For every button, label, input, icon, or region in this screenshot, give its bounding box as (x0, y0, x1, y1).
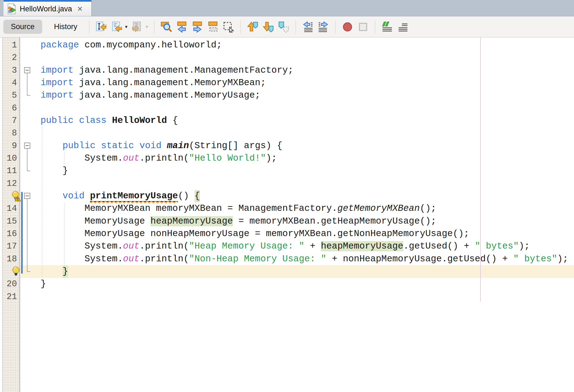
code-token: "Non-Heap Memory Usage: " (189, 254, 326, 264)
code-token: import (41, 90, 74, 100)
find-previous-occurrence-icon[interactable] (175, 20, 189, 34)
fold-collapse-box[interactable] (24, 193, 30, 199)
code-line-14[interactable]: MemoryMXBean memoryMXBean = ManagementFa… (41, 202, 436, 215)
code-token: static (101, 141, 134, 151)
occurrence-highlight: heapMemoryUsage (150, 216, 233, 226)
code-token: com.mycompany.helloworld; (79, 40, 222, 50)
code-token: import (41, 65, 74, 75)
code-line-11[interactable]: } (41, 165, 68, 177)
code-token: } (41, 166, 68, 176)
code-token: "Heap Memory Usage: " (189, 241, 304, 251)
hint-bulb-icon[interactable] (11, 266, 21, 276)
tab-helloworld-java[interactable]: HelloWorld.java ✕ (3, 0, 92, 16)
toggle-bookmark-icon[interactable] (277, 20, 291, 34)
fold-collapse-box[interactable] (24, 67, 30, 73)
tab-close-icon[interactable]: ✕ (77, 6, 83, 12)
tab-bar: HelloWorld.java ✕ (0, 0, 574, 16)
code-token: out (123, 254, 139, 264)
jump-back-icon[interactable] (110, 20, 124, 34)
stop-macro-icon (356, 20, 370, 34)
fold-collapse-box[interactable] (24, 143, 30, 149)
line-number: 10 (2, 152, 17, 165)
code-token (41, 141, 62, 151)
code-editor[interactable]: 12345678910111214151617182021 package co… (0, 37, 574, 392)
toggle-highlight-search-icon[interactable] (206, 20, 220, 34)
toggle-comment-icon[interactable] (380, 20, 394, 34)
code-token: } (41, 279, 46, 289)
code-line-17[interactable]: System.out.println("Heap Memory Usage: "… (41, 240, 530, 252)
previous-bookmark-icon[interactable] (246, 20, 260, 34)
code-line-18[interactable]: System.out.println("Non-Heap Memory Usag… (41, 253, 568, 265)
line-number: 18 (2, 253, 17, 265)
code-token: (String[] args) { (189, 141, 283, 151)
occurrence-highlight: { (195, 191, 200, 201)
line-number: 12 (2, 177, 17, 190)
shift-line-right-icon[interactable] (316, 20, 330, 34)
line-number: 20 (2, 278, 17, 290)
history-view-button[interactable]: History (47, 20, 85, 34)
code-token: = memoryMXBean.getHeapMemoryUsage(); (233, 216, 436, 226)
code-line-9[interactable]: public static void main(String[] args) { (41, 140, 282, 152)
code-token: + nonHeapMemoryUsage.getUsed() + (326, 254, 513, 264)
fold-end-tick (27, 95, 30, 96)
line-number: 5 (2, 89, 17, 102)
code-token: { (167, 115, 178, 126)
code-token: System. (41, 254, 123, 264)
code-line-7[interactable]: public class HelloWorld { (41, 114, 178, 127)
jump-back-dropdown[interactable]: ▼ (124, 24, 129, 29)
last-edit-location-icon[interactable] (94, 20, 108, 34)
code-line-5[interactable]: import java.lang.management.MemoryUsage; (41, 89, 260, 102)
code-token: java.lang.management.MemoryMXBean; (74, 78, 266, 88)
code-line-3[interactable]: import java.lang.management.ManagementFa… (41, 64, 293, 77)
code-token: " bytes" (475, 241, 519, 251)
line-number: 8 (2, 127, 17, 139)
code-line-13[interactable]: void printMemoryUsage() { (41, 190, 200, 202)
code-token: MemoryMXBean memoryMXBean = ManagementFa… (41, 203, 337, 214)
fold-line (27, 149, 27, 171)
fold-line (27, 73, 27, 95)
fold-end-tick (27, 171, 30, 171)
code-line-20[interactable]: } (41, 278, 46, 290)
line-number: 4 (2, 77, 17, 89)
code-line-1[interactable]: package com.mycompany.helloworld; (41, 39, 222, 51)
line-number: 7 (2, 114, 17, 127)
code-token: ); (266, 153, 277, 163)
find-next-occurrence-icon[interactable] (190, 20, 204, 34)
toolbar-separator (89, 21, 89, 33)
code-line-4[interactable]: import java.lang.management.MemoryMXBean… (41, 77, 266, 89)
shift-line-left-icon[interactable] (301, 20, 315, 34)
next-bookmark-icon[interactable] (261, 20, 275, 34)
code-token: (); (420, 203, 436, 214)
code-token: .getUsed() + (403, 241, 475, 251)
line-number: 16 (2, 227, 17, 240)
code-token: System. (41, 153, 123, 163)
code-token (41, 191, 62, 201)
jump-forward-icon (130, 20, 144, 34)
code-token (84, 191, 90, 201)
code-token: import (41, 78, 74, 88)
toolbar-separator (154, 21, 154, 33)
code-token: ); (557, 254, 568, 264)
code-token: " bytes" (513, 254, 557, 264)
code-token: java.lang.management.MemoryUsage; (74, 90, 260, 100)
code-line-19[interactable]: } (41, 265, 68, 278)
warning-bulb-icon[interactable] (11, 191, 21, 201)
code-token (74, 115, 79, 126)
line-number: 14 (2, 202, 17, 215)
find-selection-icon[interactable] (159, 20, 173, 34)
line-number-gutter: 12345678910111214151617182021 (2, 37, 20, 392)
code-token (162, 141, 167, 151)
line-number: 1 (2, 39, 17, 51)
toolbar-separator (375, 21, 375, 33)
code-token (107, 115, 112, 126)
code-token: HelloWorld (112, 115, 167, 126)
code-line-15[interactable]: MemoryUsage heapMemoryUsage = memoryMXBe… (41, 215, 436, 227)
code-token: "Hello World!" (189, 153, 266, 163)
uncomment-icon[interactable] (396, 20, 410, 34)
code-line-10[interactable]: System.out.println("Hello World!"); (41, 152, 277, 165)
code-token: + (304, 241, 321, 251)
rectangular-selection-icon[interactable] (221, 20, 235, 34)
record-macro-icon[interactable] (341, 20, 354, 34)
code-line-16[interactable]: MemoryUsage nonHeapMemoryUsage = memoryM… (41, 227, 469, 240)
source-view-button[interactable]: Source (3, 20, 42, 34)
